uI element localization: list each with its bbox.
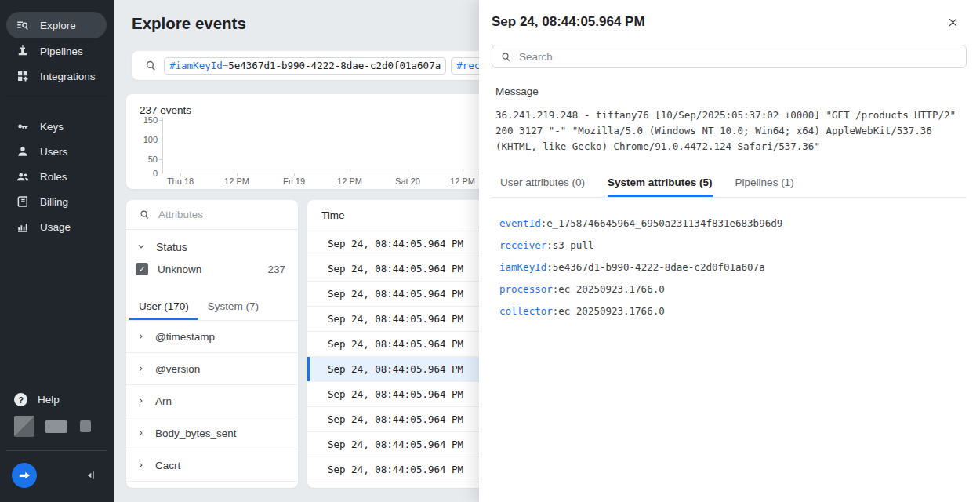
log-message-line: 200 3127 "-" "Mozilla/5.0 (Windows NT 10… bbox=[495, 123, 966, 139]
x-tick-label: Fri 19 bbox=[270, 176, 318, 186]
attribute-expand-row[interactable]: Body_bytes_sent bbox=[126, 417, 298, 449]
sidebar-item-label: Users bbox=[40, 146, 67, 158]
status-option-unknown[interactable]: ✓ Unknown 237 bbox=[126, 256, 298, 283]
page-title: Explore events bbox=[132, 14, 246, 33]
user-icon bbox=[16, 144, 30, 158]
chevron-right-icon bbox=[136, 460, 147, 471]
log-message: 36.241.219.248 - tiffany76 [10/Sep/2025:… bbox=[495, 107, 966, 155]
status-section-label: Status bbox=[156, 241, 187, 253]
events-count-label: 237 events bbox=[140, 104, 191, 116]
chevron-right-icon bbox=[136, 331, 147, 342]
tab-pipelines[interactable]: Pipelines (1) bbox=[735, 173, 794, 197]
filter-chip-iamkeyid[interactable]: #iamKeyId=5e4367d1-b990-4222-8dae-c2d0f0… bbox=[164, 57, 446, 75]
pipelines-icon bbox=[16, 44, 30, 58]
help-label: Help bbox=[38, 394, 60, 406]
sidebar-divider bbox=[6, 100, 107, 100]
attribute-name: @version bbox=[155, 363, 200, 375]
explore-icon bbox=[16, 18, 30, 32]
app-logo[interactable] bbox=[12, 463, 37, 488]
sidebar-item-label: Pipelines bbox=[40, 45, 83, 57]
tab-user-attributes[interactable]: User (170) bbox=[129, 296, 198, 320]
attribute-colon: : bbox=[546, 239, 553, 251]
chevron-right-icon bbox=[136, 427, 147, 438]
attributes-search-input[interactable] bbox=[158, 209, 285, 220]
attributes-search[interactable] bbox=[126, 200, 298, 230]
attribute-colon: : bbox=[546, 261, 553, 273]
help-icon: ? bbox=[14, 393, 27, 406]
status-option-label: Unknown bbox=[158, 264, 201, 275]
sidebar-item-label: Billing bbox=[40, 196, 68, 208]
sidebar-item-pipelines[interactable]: Pipelines bbox=[6, 38, 107, 64]
x-tick-label: Sat 20 bbox=[384, 176, 431, 186]
chevron-down-icon bbox=[135, 241, 147, 253]
attribute-expand-row[interactable]: Arn bbox=[126, 385, 298, 417]
integrations-icon bbox=[16, 69, 30, 83]
attribute-key: iamKeyId bbox=[499, 261, 546, 273]
attribute-key: collector bbox=[499, 305, 553, 317]
attribute-expand-row[interactable]: Cacrt bbox=[126, 449, 298, 482]
checkbox-checked[interactable]: ✓ bbox=[136, 263, 148, 275]
redacted-block bbox=[80, 420, 91, 432]
message-label: Message bbox=[495, 85, 539, 97]
sidebar-item-users[interactable]: Users bbox=[6, 139, 107, 164]
sidebar-item-roles[interactable]: Roles bbox=[6, 164, 107, 189]
roles-icon bbox=[16, 169, 30, 184]
sidebar-item-label: Keys bbox=[40, 121, 64, 133]
y-tick bbox=[159, 120, 162, 121]
detail-tabs: User attributes (0) System attributes (5… bbox=[492, 173, 967, 198]
log-message-line: (KHTML, like Gecko) Chrome/91.0.4472.124… bbox=[495, 139, 966, 155]
log-message-line: 36.241.219.248 - tiffany76 [10/Sep/2025:… bbox=[495, 107, 966, 123]
close-icon[interactable] bbox=[947, 16, 959, 28]
sidebar: Explore Pipelines Integrations Keys bbox=[0, 0, 114, 502]
sidebar-item-label: Usage bbox=[40, 221, 71, 233]
help-button[interactable]: ? Help bbox=[14, 393, 60, 406]
event-detail-panel: Sep 24, 08:44:05.964 PM Message 36.241.2… bbox=[479, 0, 980, 502]
tab-system-attributes[interactable]: System (7) bbox=[198, 296, 268, 320]
sidebar-item-integrations[interactable]: Integrations bbox=[6, 64, 107, 89]
status-option-count: 237 bbox=[267, 264, 285, 275]
detail-search[interactable] bbox=[492, 45, 967, 68]
y-tick bbox=[159, 140, 162, 140]
attribute-value: ec 20250923.1766.0 bbox=[558, 305, 664, 317]
attribute-value: s3-pull bbox=[553, 239, 594, 251]
search-icon bbox=[139, 209, 151, 220]
status-section-toggle[interactable]: Status bbox=[126, 230, 298, 256]
attribute-kv-row: eventId: e_1758746645964_6950a231134f831… bbox=[499, 212, 964, 234]
redacted-block bbox=[45, 420, 67, 433]
tab-user-attributes[interactable]: User attributes (0) bbox=[500, 173, 585, 197]
attribute-key: receiver bbox=[499, 239, 546, 251]
usage-icon bbox=[16, 220, 30, 234]
event-detail-title: Sep 24, 08:44:05.964 PM bbox=[492, 14, 645, 30]
attribute-expand-row[interactable]: @version bbox=[126, 353, 298, 385]
detail-search-input[interactable] bbox=[519, 51, 958, 63]
sidebar-item-billing[interactable]: Billing bbox=[6, 189, 107, 214]
search-icon bbox=[144, 59, 158, 72]
attribute-value: ec 20250923.1766.0 bbox=[558, 283, 664, 295]
org-badges bbox=[14, 416, 91, 437]
attribute-kv-row: processor: ec 20250923.1766.0 bbox=[499, 278, 964, 300]
sidebar-item-usage[interactable]: Usage bbox=[6, 214, 107, 239]
attribute-key: processor bbox=[499, 283, 553, 295]
y-tick-label: 100 bbox=[132, 135, 158, 144]
attribute-name: Arn bbox=[155, 395, 172, 407]
sidebar-item-explore[interactable]: Explore bbox=[6, 12, 107, 38]
collapse-sidebar-icon[interactable] bbox=[85, 469, 98, 482]
attribute-colon: : bbox=[553, 283, 559, 295]
y-tick-label: 50 bbox=[132, 155, 158, 164]
sidebar-item-keys[interactable]: Keys bbox=[6, 114, 107, 139]
x-tick-label: 12 PM bbox=[213, 176, 260, 186]
attribute-kv-row: collector: ec 20250923.1766.0 bbox=[499, 300, 964, 322]
chart-y-axis bbox=[162, 118, 163, 173]
x-tick-label: 12 PM bbox=[326, 176, 373, 186]
attribute-expand-row[interactable]: @timestamp bbox=[126, 321, 298, 353]
billing-icon bbox=[16, 195, 30, 209]
attributes-filter-panel: Status ✓ Unknown 237 User (170) System (… bbox=[126, 200, 298, 488]
attribute-colon: : bbox=[553, 305, 559, 317]
attribute-value: 5e4367d1-b990-4222-8dae-c2d0f01a607a bbox=[553, 261, 765, 273]
y-tick bbox=[159, 159, 162, 160]
y-tick-label: 0 bbox=[132, 169, 158, 178]
sidebar-item-label: Integrations bbox=[40, 71, 96, 82]
tab-system-attributes[interactable]: System attributes (5) bbox=[608, 173, 713, 197]
y-tick-label: 150 bbox=[132, 115, 158, 125]
attribute-value: e_1758746645964_6950a231134f831e683b96d9 bbox=[546, 217, 782, 229]
